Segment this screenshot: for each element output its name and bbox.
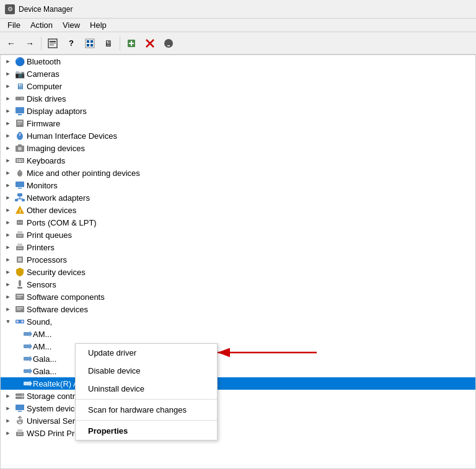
expand-storage[interactable]: ► — [3, 391, 13, 401]
tree-item-printers[interactable]: ► Printers — [1, 241, 475, 253]
tree-item-sound-child4[interactable]: Gala... — [1, 365, 475, 377]
tree-item-other[interactable]: ► ! Other devices — [1, 204, 475, 216]
icon-sound-child1 — [23, 329, 33, 339]
svg-rect-20 — [18, 114, 22, 115]
toolbar-forward[interactable]: → — [21, 35, 38, 52]
tree-item-sensors[interactable]: ► Sensors — [1, 278, 475, 291]
tree-item-displayadaptors[interactable]: ► Display adaptors — [1, 105, 475, 117]
svg-rect-37 — [19, 161, 21, 162]
svg-point-14 — [164, 39, 173, 48]
expand-usb[interactable]: ► — [3, 416, 13, 426]
svg-point-72 — [16, 320, 19, 323]
tree-item-firmware[interactable]: ► Firmware — [1, 117, 475, 129]
menu-view[interactable]: View — [58, 19, 85, 31]
toolbar-screen[interactable]: 🖥 — [100, 35, 117, 52]
toolbar-download[interactable] — [160, 35, 177, 52]
toolbar-back[interactable]: ← — [2, 35, 20, 52]
tree-item-cameras[interactable]: ► 📷 Cameras — [1, 68, 475, 80]
tree-item-mice[interactable]: ► Mice and other pointing devices — [1, 167, 475, 179]
tree-item-sound-child3[interactable]: Gala... — [1, 353, 475, 365]
toolbar-help[interactable]: ? — [63, 35, 80, 52]
toolbar-refresh[interactable] — [81, 35, 99, 52]
expand-hid[interactable]: ► — [3, 131, 13, 141]
expand-software1[interactable]: ► — [3, 292, 13, 302]
expand-printqueues[interactable]: ► — [3, 230, 13, 240]
tree-item-monitors[interactable]: ► Monitors — [1, 179, 475, 191]
context-update-driver[interactable]: Update driver — [76, 344, 217, 362]
expand-processors[interactable]: ► — [3, 255, 13, 265]
expand-wsd[interactable]: ► — [3, 428, 13, 438]
svg-rect-8 — [90, 44, 93, 46]
tree-item-processors[interactable]: ► Processors — [1, 253, 475, 266]
label-keyboards: Keyboards — [27, 156, 65, 165]
svg-rect-32 — [17, 159, 18, 160]
label-imaging: Imaging devices — [27, 144, 85, 153]
svg-rect-76 — [24, 344, 30, 348]
expand-software2[interactable]: ► — [3, 304, 13, 314]
tree-item-computer[interactable]: ► 🖥 Computer — [1, 80, 475, 92]
tree-item-software1[interactable]: ► Software components — [1, 291, 475, 303]
expand-firmware[interactable]: ► — [3, 118, 13, 128]
expand-cameras[interactable]: ► — [3, 69, 13, 79]
svg-rect-18 — [21, 98, 23, 99]
expand-bluetooth[interactable]: ► — [3, 56, 13, 66]
expand-network[interactable]: ► — [3, 193, 13, 203]
context-uninstall-device[interactable]: Uninstall device — [76, 380, 217, 398]
tree-item-imaging[interactable]: ► Imaging devices — [1, 142, 475, 154]
tree-item-storage[interactable]: ► Storage controllers — [1, 390, 475, 402]
expand-diskdrives[interactable]: ► — [3, 94, 13, 103]
icon-hid — [15, 131, 25, 141]
tree-item-sound-child1[interactable]: AM... — [1, 328, 475, 340]
menu-action[interactable]: Action — [25, 19, 58, 31]
context-disable-device[interactable]: Disable device — [76, 362, 217, 380]
expand-sound[interactable]: ▼ — [3, 317, 13, 327]
context-properties[interactable]: Properties — [76, 422, 217, 440]
context-scan-changes[interactable]: Scan for hardware changes — [76, 401, 217, 419]
expand-security[interactable]: ► — [3, 267, 13, 277]
device-tree[interactable]: ► 🔵 Bluetooth ► 📷 Cameras ► 🖥 Computer ►… — [0, 55, 476, 469]
tree-item-ports[interactable]: ► Ports (COM & LPT) — [1, 216, 475, 229]
tree-item-hid[interactable]: ► Human Interface Devices — [1, 129, 475, 142]
icon-wsd — [15, 428, 25, 438]
expand-imaging[interactable]: ► — [3, 143, 13, 153]
icon-monitors — [15, 180, 25, 190]
icon-processors — [15, 255, 25, 265]
svg-marker-75 — [30, 331, 32, 337]
toolbar-properties[interactable] — [44, 35, 61, 52]
expand-ports[interactable]: ► — [3, 217, 13, 227]
tree-item-diskdrives[interactable]: ► Disk drives — [1, 92, 475, 105]
label-other: Other devices — [27, 206, 76, 215]
tree-item-bluetooth[interactable]: ► 🔵 Bluetooth — [1, 55, 475, 68]
toolbar-remove[interactable] — [141, 35, 159, 52]
label-sound: Sound, — [27, 317, 52, 327]
expand-mice[interactable]: ► — [3, 168, 13, 178]
expand-keyboards[interactable]: ► — [3, 156, 13, 165]
tree-item-usb[interactable]: ► Universal Serial Bus controllers — [1, 414, 475, 427]
expand-computer[interactable]: ► — [3, 81, 13, 91]
expand-displayadaptors[interactable]: ► — [3, 106, 13, 116]
menu-file[interactable]: File — [2, 19, 25, 31]
toolbar-add[interactable] — [123, 35, 140, 52]
label-mice: Mice and other pointing devices — [27, 169, 140, 178]
expand-printers[interactable]: ► — [3, 242, 13, 252]
svg-rect-57 — [17, 235, 22, 237]
tree-item-sound-child2[interactable]: AM... — [1, 340, 475, 353]
tree-item-network[interactable]: ► Network adapters — [1, 191, 475, 204]
tree-item-sound[interactable]: ▼ Sound, — [1, 315, 475, 328]
svg-rect-82 — [24, 382, 30, 385]
tree-item-system[interactable]: ► System devices — [1, 402, 475, 414]
menu-help[interactable]: Help — [85, 19, 112, 31]
svg-rect-5 — [87, 40, 89, 43]
expand-monitors[interactable]: ► — [3, 180, 13, 190]
icon-imaging — [15, 143, 25, 153]
tree-item-keyboards[interactable]: ► Keyboards — [1, 154, 475, 167]
svg-marker-79 — [30, 356, 32, 362]
tree-item-printqueues[interactable]: ► Print queues — [1, 229, 475, 241]
expand-other[interactable]: ► — [3, 205, 13, 215]
tree-item-security[interactable]: ► Security devices — [1, 266, 475, 278]
expand-system[interactable]: ► — [3, 403, 13, 413]
tree-item-realtek[interactable]: Realtek(R) Audio — [1, 377, 475, 390]
tree-item-wsd[interactable]: ► WSD Print Provider — [1, 427, 475, 439]
tree-item-software2[interactable]: ► Software devices — [1, 303, 475, 315]
expand-sensors[interactable]: ► — [3, 279, 13, 289]
